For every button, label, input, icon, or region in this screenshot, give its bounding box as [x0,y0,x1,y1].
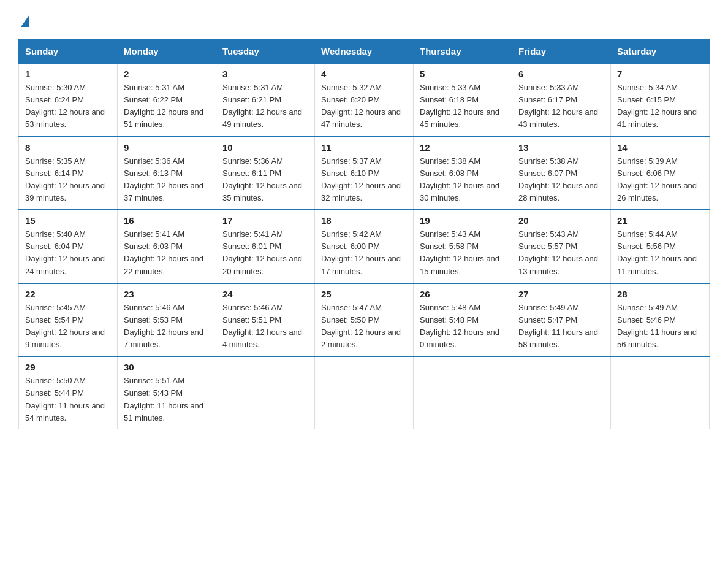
day-cell: 6 Sunrise: 5:33 AMSunset: 6:17 PMDayligh… [512,63,611,137]
day-info: Sunrise: 5:50 AMSunset: 5:44 PMDaylight:… [25,375,111,424]
day-info: Sunrise: 5:38 AMSunset: 6:07 PMDaylight:… [518,155,604,205]
day-number: 28 [617,289,703,299]
page-header [18,12,710,27]
day-number: 3 [222,69,308,79]
day-info: Sunrise: 5:33 AMSunset: 6:17 PMDaylight:… [518,82,604,131]
day-info: Sunrise: 5:36 AMSunset: 6:13 PMDaylight:… [124,155,210,205]
day-cell: 13 Sunrise: 5:38 AMSunset: 6:07 PMDaylig… [512,137,611,210]
day-info: Sunrise: 5:46 AMSunset: 5:53 PMDaylight:… [124,302,210,351]
day-info: Sunrise: 5:37 AMSunset: 6:10 PMDaylight:… [321,155,407,205]
day-info: Sunrise: 5:44 AMSunset: 5:56 PMDaylight:… [617,228,703,278]
day-info: Sunrise: 5:43 AMSunset: 5:57 PMDaylight:… [518,228,604,278]
day-cell: 28 Sunrise: 5:49 AMSunset: 5:46 PMDaylig… [611,283,710,357]
day-number: 10 [222,142,308,153]
day-info: Sunrise: 5:46 AMSunset: 5:51 PMDaylight:… [222,302,308,351]
day-number: 12 [420,142,506,153]
header-thursday: Thursday [414,40,512,64]
day-info: Sunrise: 5:45 AMSunset: 5:54 PMDaylight:… [25,302,111,351]
day-info: Sunrise: 5:31 AMSunset: 6:21 PMDaylight:… [222,82,308,131]
day-cell: 27 Sunrise: 5:49 AMSunset: 5:47 PMDaylig… [512,283,611,357]
day-number: 7 [617,69,703,79]
day-number: 14 [617,142,703,153]
header-sunday: Sunday [19,40,118,64]
day-info: Sunrise: 5:48 AMSunset: 5:48 PMDaylight:… [420,302,506,351]
day-info: Sunrise: 5:39 AMSunset: 6:06 PMDaylight:… [617,155,703,205]
day-cell: 17 Sunrise: 5:41 AMSunset: 6:01 PMDaylig… [216,210,315,283]
day-number: 19 [420,215,506,226]
day-cell: 10 Sunrise: 5:36 AMSunset: 6:11 PMDaylig… [216,137,315,210]
header-saturday: Saturday [611,40,710,64]
day-cell [611,356,710,429]
day-cell: 21 Sunrise: 5:44 AMSunset: 5:56 PMDaylig… [611,210,710,283]
day-number: 11 [321,142,407,153]
day-number: 30 [124,362,210,372]
day-info: Sunrise: 5:31 AMSunset: 6:22 PMDaylight:… [124,82,210,131]
day-cell: 8 Sunrise: 5:35 AMSunset: 6:14 PMDayligh… [19,137,118,210]
day-cell: 25 Sunrise: 5:47 AMSunset: 5:50 PMDaylig… [315,283,414,357]
day-cell: 29 Sunrise: 5:50 AMSunset: 5:44 PMDaylig… [19,356,118,429]
day-info: Sunrise: 5:35 AMSunset: 6:14 PMDaylight:… [25,155,111,205]
day-number: 8 [25,142,111,153]
week-row-4: 22 Sunrise: 5:45 AMSunset: 5:54 PMDaylig… [19,283,710,357]
day-info: Sunrise: 5:41 AMSunset: 6:01 PMDaylight:… [222,228,308,278]
week-row-2: 8 Sunrise: 5:35 AMSunset: 6:14 PMDayligh… [19,137,710,210]
week-row-3: 15 Sunrise: 5:40 AMSunset: 6:04 PMDaylig… [19,210,710,283]
day-cell: 12 Sunrise: 5:38 AMSunset: 6:08 PMDaylig… [414,137,512,210]
day-number: 27 [518,289,604,299]
day-info: Sunrise: 5:51 AMSunset: 5:43 PMDaylight:… [124,375,210,424]
header-tuesday: Tuesday [216,40,315,64]
day-cell: 15 Sunrise: 5:40 AMSunset: 6:04 PMDaylig… [19,210,118,283]
day-cell: 20 Sunrise: 5:43 AMSunset: 5:57 PMDaylig… [512,210,611,283]
day-info: Sunrise: 5:41 AMSunset: 6:03 PMDaylight:… [124,228,210,278]
day-info: Sunrise: 5:40 AMSunset: 6:04 PMDaylight:… [25,228,111,278]
day-info: Sunrise: 5:42 AMSunset: 6:00 PMDaylight:… [321,228,407,278]
day-cell: 11 Sunrise: 5:37 AMSunset: 6:10 PMDaylig… [315,137,414,210]
day-cell: 1 Sunrise: 5:30 AMSunset: 6:24 PMDayligh… [19,63,118,137]
day-info: Sunrise: 5:36 AMSunset: 6:11 PMDaylight:… [222,155,308,205]
calendar-header-row: SundayMondayTuesdayWednesdayThursdayFrid… [19,40,710,64]
day-number: 22 [25,289,111,299]
day-cell: 3 Sunrise: 5:31 AMSunset: 6:21 PMDayligh… [216,63,315,137]
day-info: Sunrise: 5:34 AMSunset: 6:15 PMDaylight:… [617,82,703,131]
day-number: 20 [518,215,604,226]
logo [18,12,29,27]
day-number: 6 [518,69,604,79]
day-cell: 9 Sunrise: 5:36 AMSunset: 6:13 PMDayligh… [118,137,216,210]
day-cell: 24 Sunrise: 5:46 AMSunset: 5:51 PMDaylig… [216,283,315,357]
day-number: 1 [25,69,111,79]
day-number: 17 [222,215,308,226]
day-number: 4 [321,69,407,79]
day-number: 18 [321,215,407,226]
day-cell: 7 Sunrise: 5:34 AMSunset: 6:15 PMDayligh… [611,63,710,137]
day-cell: 4 Sunrise: 5:32 AMSunset: 6:20 PMDayligh… [315,63,414,137]
day-cell [216,356,315,429]
day-number: 23 [124,289,210,299]
day-info: Sunrise: 5:43 AMSunset: 5:58 PMDaylight:… [420,228,506,278]
day-number: 29 [25,362,111,372]
day-info: Sunrise: 5:38 AMSunset: 6:08 PMDaylight:… [420,155,506,205]
day-number: 5 [420,69,506,79]
day-info: Sunrise: 5:33 AMSunset: 6:18 PMDaylight:… [420,82,506,131]
day-info: Sunrise: 5:49 AMSunset: 5:47 PMDaylight:… [518,302,604,351]
day-number: 2 [124,69,210,79]
day-cell: 2 Sunrise: 5:31 AMSunset: 6:22 PMDayligh… [118,63,216,137]
day-cell: 23 Sunrise: 5:46 AMSunset: 5:53 PMDaylig… [118,283,216,357]
day-number: 9 [124,142,210,153]
day-cell: 18 Sunrise: 5:42 AMSunset: 6:00 PMDaylig… [315,210,414,283]
week-row-1: 1 Sunrise: 5:30 AMSunset: 6:24 PMDayligh… [19,63,710,137]
day-cell: 5 Sunrise: 5:33 AMSunset: 6:18 PMDayligh… [414,63,512,137]
header-wednesday: Wednesday [315,40,414,64]
day-cell [315,356,414,429]
day-number: 16 [124,215,210,226]
day-number: 21 [617,215,703,226]
day-info: Sunrise: 5:30 AMSunset: 6:24 PMDaylight:… [25,82,111,131]
day-cell: 16 Sunrise: 5:41 AMSunset: 6:03 PMDaylig… [118,210,216,283]
header-friday: Friday [512,40,611,64]
calendar-table: SundayMondayTuesdayWednesdayThursdayFrid… [18,39,710,429]
day-cell: 14 Sunrise: 5:39 AMSunset: 6:06 PMDaylig… [611,137,710,210]
day-number: 13 [518,142,604,153]
day-cell: 19 Sunrise: 5:43 AMSunset: 5:58 PMDaylig… [414,210,512,283]
header-monday: Monday [118,40,216,64]
week-row-5: 29 Sunrise: 5:50 AMSunset: 5:44 PMDaylig… [19,356,710,429]
day-number: 24 [222,289,308,299]
